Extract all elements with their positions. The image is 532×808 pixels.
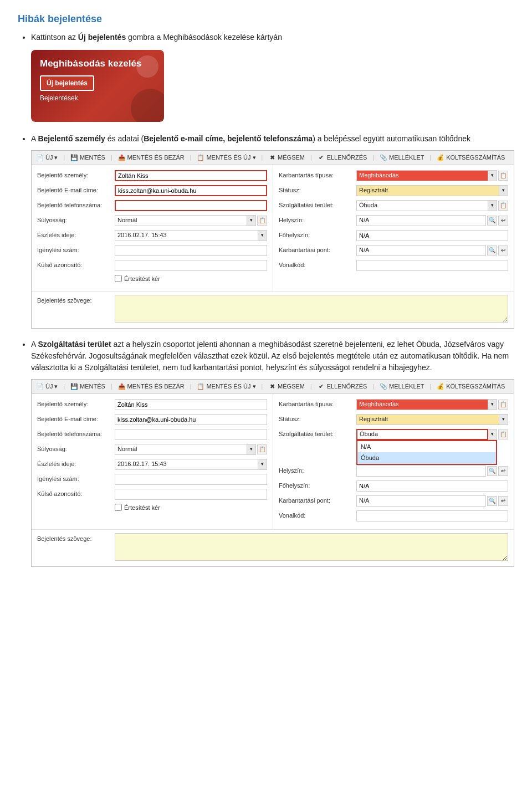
form2-select-szolgaltatas[interactable]: Óbuda: [356, 429, 488, 440]
form-row-helyszin: Helyszín: N/A 🔍 ↩: [279, 214, 508, 227]
input-vonalkod[interactable]: [356, 260, 508, 271]
form2-statusz-arrow[interactable]: ▾: [499, 414, 508, 425]
input-fohelyszin[interactable]: [356, 230, 508, 241]
form2-karbantartasi-btn2[interactable]: ↩: [498, 496, 508, 506]
form-screenshot-2: 📄 ÚJ ▾ | 💾 MENTÉS | 📤 MENTÉS ÉS BEZÁR | …: [31, 379, 514, 567]
label-karbantartasi: Karbantartási pont:: [279, 246, 356, 255]
label-email: Bejelentő E-mail címe:: [37, 186, 115, 195]
toolbar-cost[interactable]: 💰 KÖLTSÉGSZÁMÍTÁS: [437, 153, 505, 162]
toolbar2-new-arrow: ▾: [54, 382, 58, 391]
value-fohelyszin: [356, 230, 508, 241]
form-col-right-1: Karbantartás típusa: Meghibásodás ▾ 📋 St…: [273, 165, 514, 292]
form2-helyszin-btn2[interactable]: ↩: [498, 466, 508, 476]
form2-szolgaltatas-btn[interactable]: 📋: [498, 429, 508, 439]
form2-helyszin-btn1[interactable]: 🔍: [487, 466, 497, 476]
form2-input-vonalkod[interactable]: [356, 510, 508, 521]
bold-bejelento-szemely: Bejelentő személy: [38, 134, 105, 143]
form2-value-karbantartasi: N/A 🔍 ↩: [356, 495, 508, 507]
bullet-3: A Szolgáltatási terület azt a helyszín c…: [31, 339, 514, 567]
toolbar2-cost[interactable]: 💰 KÖLTSÉGSZÁMÍTÁS: [437, 382, 505, 391]
toolbar2-attachment[interactable]: 📎 MELLÉKLET: [380, 382, 424, 391]
form2-szolgaltatas-arrow[interactable]: ▾: [488, 429, 497, 440]
dropdown-option-obuda[interactable]: Óbuda: [357, 452, 496, 464]
input-bejelento-szemely[interactable]: [115, 170, 267, 181]
toolbar-cancel[interactable]: ✖ MÉGSEM: [268, 153, 305, 162]
tipus-dropdown-arrow[interactable]: ▾: [488, 170, 497, 181]
karbantartasi-icon-btn2[interactable]: ↩: [498, 246, 508, 255]
form-row-fohelyszin: Főhelyszín:: [279, 229, 508, 242]
sulyossag-dropdown-arrow[interactable]: ▾: [247, 215, 256, 226]
textarea-bejelentes[interactable]: [115, 295, 508, 323]
sulyossag-icon-btn[interactable]: 📋: [257, 216, 267, 226]
form2-value-bejelento: [115, 399, 267, 410]
input-igenylesi[interactable]: [115, 245, 267, 256]
form2-textarea-bejelentes[interactable]: [115, 533, 508, 561]
form2-szolgaltatas-dropdown[interactable]: N/A Óbuda: [356, 440, 497, 465]
tipus-icon-btn[interactable]: 📋: [498, 171, 508, 181]
select-eszleles[interactable]: 2016.02.17. 15:43: [115, 230, 258, 241]
toolbar-save-new[interactable]: 📋 MENTÉS ÉS ÚJ ▾: [197, 153, 255, 162]
form2-input-fohelyszin[interactable]: [356, 480, 508, 492]
form2-input-telefon[interactable]: [115, 429, 267, 440]
save-close-icon-2: 📤: [118, 382, 126, 390]
szolgaltatas-dropdown-arrow[interactable]: ▾: [488, 200, 497, 211]
szolgaltatas-icon-btn[interactable]: 📋: [498, 201, 508, 211]
select-karbantartasi[interactable]: N/A: [356, 245, 486, 256]
form-col-left-1: Bejelentő személy: Bejelentő E-mail címe…: [32, 165, 273, 292]
form2-sulyossag-btn[interactable]: 📋: [257, 444, 267, 454]
sep2-2: |: [111, 382, 112, 391]
select-szolgaltatas[interactable]: Óbuda: [356, 200, 488, 211]
helyszin-icon-btn1[interactable]: 🔍: [487, 216, 497, 226]
form2-input-igenylesi[interactable]: [115, 474, 267, 485]
form2-tipus-arrow[interactable]: ▾: [488, 399, 497, 410]
select-statusz[interactable]: Regisztrált: [356, 185, 499, 196]
select-tipus[interactable]: Meghibásodás: [356, 170, 488, 181]
form2-eszleles-arrow[interactable]: ▾: [258, 459, 267, 470]
form-row-vonalkod: Vonalkód:: [279, 259, 508, 272]
toolbar2-new[interactable]: 📄 ÚJ ▾: [36, 382, 58, 391]
form2-input-email[interactable]: [115, 414, 267, 425]
form2-select-helyszin[interactable]: [356, 466, 486, 477]
toolbar2-save-close[interactable]: 📤 MENTÉS ÉS BEZÁR: [118, 382, 185, 391]
helyszin-icon-btn2[interactable]: ↩: [498, 216, 508, 226]
form2-select-statusz[interactable]: Regisztrált: [356, 414, 499, 425]
toolbar-check[interactable]: ✔ ELLENŐRZÉS: [318, 153, 367, 162]
toolbar2-cancel[interactable]: ✖ MÉGSEM: [268, 382, 305, 391]
input-email[interactable]: [115, 185, 267, 196]
form2-input-kulso[interactable]: [115, 489, 267, 500]
cancel-icon-2: ✖: [268, 382, 276, 390]
form2-karbantartasi-btn1[interactable]: 🔍: [487, 496, 497, 506]
input-telefon[interactable]: [115, 200, 267, 211]
form2-input-bejelento[interactable]: [115, 399, 267, 410]
form2-select-sulyossag[interactable]: Normál: [115, 444, 247, 455]
label-telefon: Bejelentő telefonszáma:: [37, 201, 115, 210]
toolbar-new[interactable]: 📄 ÚJ ▾: [36, 153, 58, 162]
toolbar-save[interactable]: 💾 MENTÉS: [70, 153, 105, 162]
form2-select-tipus[interactable]: Meghibásodás: [356, 399, 488, 410]
toolbar2-save[interactable]: 💾 MENTÉS: [70, 382, 105, 391]
form2-label-szolgaltatas: Szolgáltatási terület:: [279, 429, 356, 439]
form2-tipus-btn[interactable]: 📋: [498, 400, 508, 410]
toolbar-attachment[interactable]: 📎 MELLÉKLET: [380, 153, 424, 162]
toolbar2-check[interactable]: ✔ ELLENŐRZÉS: [318, 382, 367, 391]
form2-select-row-szolgaltatas: Óbuda ▾ 📋: [356, 429, 508, 440]
check-icon: ✔: [318, 154, 325, 161]
select-sulyossag[interactable]: Normál: [115, 215, 247, 226]
form-row-szolgaltatas: Szolgáltatási terület: Óbuda ▾ 📋: [279, 200, 508, 212]
textarea-container-1: Bejelentés szövege:: [32, 291, 514, 328]
toolbar2-save-new[interactable]: 📋 MENTÉS ÉS ÚJ ▾: [197, 382, 255, 391]
toolbar-save-close[interactable]: 📤 MENTÉS ÉS BEZÁR: [118, 153, 185, 162]
dropdown-option-na[interactable]: N/A: [357, 441, 496, 453]
card-new-report-button[interactable]: Új bejelentés: [40, 75, 94, 91]
form2-select-karbantartasi[interactable]: N/A: [356, 495, 486, 507]
form2-sulyossag-arrow[interactable]: ▾: [247, 444, 256, 455]
eszleles-dropdown-arrow[interactable]: ▾: [258, 230, 267, 241]
select-helyszin[interactable]: N/A: [356, 215, 486, 226]
sep2-1: |: [63, 382, 65, 391]
statusz-dropdown-arrow[interactable]: ▾: [499, 185, 508, 196]
form2-select-eszleles[interactable]: 2016.02.17. 15:43: [115, 459, 258, 470]
karbantartasi-icon-btn1[interactable]: 🔍: [487, 246, 497, 255]
input-kulso[interactable]: [115, 260, 267, 271]
checkbox-ertesites[interactable]: [115, 275, 122, 282]
form2-checkbox-ertesites[interactable]: [115, 504, 122, 511]
